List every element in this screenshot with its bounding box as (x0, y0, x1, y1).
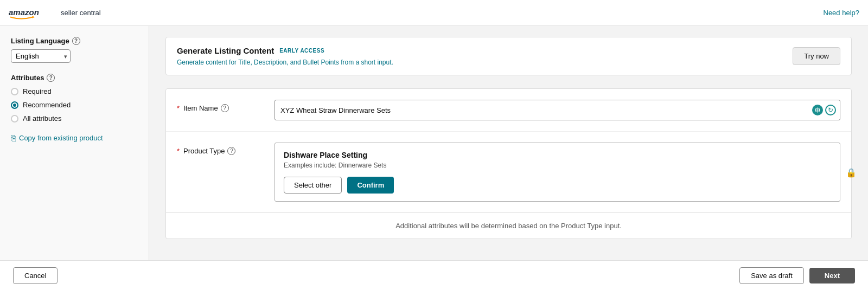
listing-language-label: Listing Language (11, 37, 69, 45)
main-content: Generate Listing Content EARLY ACCESS Ge… (149, 26, 868, 290)
dishware-examples: Examples include: Dinnerware Sets (284, 162, 831, 169)
copy-label: Copy from existing product (19, 134, 103, 142)
radio-required[interactable]: Required (11, 87, 138, 95)
page-layout: Listing Language ? English Attributes ? … (0, 26, 868, 290)
logo: amazon seller central (9, 5, 101, 21)
radio-all-attributes[interactable]: All attributes (11, 114, 138, 123)
header: amazon seller central Need help? (0, 0, 868, 26)
product-type-label-group: * Product Type ? (177, 143, 264, 155)
additional-attributes-note: Additional attributes will be determined… (166, 212, 851, 239)
listing-form: * Item Name ? (165, 88, 852, 239)
language-dropdown-wrapper: English (11, 49, 71, 63)
bottom-bar: Cancel Save as draft Next (0, 260, 868, 290)
item-name-input[interactable] (275, 100, 840, 120)
amazon-logo-svg: amazon (9, 5, 58, 21)
attributes-help-icon[interactable]: ? (47, 74, 55, 82)
radio-recommended-circle (11, 101, 18, 109)
attributes-title: Attributes ? (11, 74, 138, 82)
save-draft-button[interactable]: Save as draft (739, 267, 804, 284)
product-type-required-star: * (177, 147, 180, 155)
banner-description: Generate content for Title, Description,… (177, 59, 393, 66)
banner-title-row: Generate Listing Content EARLY ACCESS (177, 46, 393, 55)
radio-all-label: All attributes (23, 114, 62, 123)
generate-listing-banner: Generate Listing Content EARLY ACCESS Ge… (165, 37, 852, 75)
product-type-row: * Product Type ? Dishware Place Setting … (166, 132, 851, 212)
sidebar: Listing Language ? English Attributes ? … (0, 26, 149, 290)
need-help-link[interactable]: Need help? (824, 9, 860, 17)
listing-language-section: Listing Language ? English (11, 37, 138, 63)
radio-all-circle (11, 115, 18, 123)
select-other-button[interactable]: Select other (284, 177, 342, 194)
banner-desc-prefix: Generate content for (177, 59, 238, 66)
attributes-label: Attributes (11, 74, 44, 82)
confirm-button[interactable]: Confirm (347, 177, 394, 194)
early-access-badge: EARLY ACCESS (279, 48, 324, 54)
product-type-help-icon[interactable]: ? (227, 147, 235, 155)
sparkle-icon (814, 107, 821, 113)
product-type-actions: Select other Confirm (284, 177, 831, 194)
product-type-content: Dishware Place Setting Examples include:… (275, 143, 840, 202)
lock-icon: 🔒 (846, 167, 857, 177)
bottom-right-actions: Save as draft Next (739, 267, 855, 284)
banner-title-text: Generate Listing Content (177, 46, 274, 55)
product-type-content-wrapper: Dishware Place Setting Examples include:… (275, 143, 840, 202)
item-name-label: Item Name (183, 104, 218, 112)
item-name-row: * Item Name ? (166, 89, 851, 132)
product-type-label: Product Type (183, 147, 225, 155)
attributes-radio-group: Required Recommended All attributes (11, 87, 138, 123)
copy-from-existing[interactable]: ⎘ Copy from existing product (11, 133, 138, 143)
try-now-button[interactable]: Try now (793, 47, 840, 65)
copy-icon: ⎘ (11, 133, 16, 143)
svg-text:amazon: amazon (9, 7, 39, 16)
item-name-icons: ↻ (812, 105, 836, 115)
banner-desc-suffix: from a short input. (339, 59, 393, 66)
seller-central-label: seller central (61, 9, 101, 17)
banner-desc-highlighted: Title, Description, and Bullet Points (238, 59, 339, 66)
attributes-section: Attributes ? Required Recommended All at… (11, 74, 138, 123)
refresh-icon[interactable]: ↻ (825, 105, 836, 115)
language-dropdown[interactable]: English (11, 49, 71, 63)
next-button[interactable]: Next (809, 268, 855, 283)
banner-left: Generate Listing Content EARLY ACCESS Ge… (177, 46, 393, 66)
item-name-input-area: ↻ (275, 100, 840, 120)
radio-required-circle (11, 88, 18, 95)
item-name-required-star: * (177, 104, 180, 112)
item-name-label-group: * Item Name ? (177, 100, 264, 112)
radio-recommended-label: Recommended (23, 101, 71, 109)
listing-language-help-icon[interactable]: ? (72, 37, 80, 45)
cancel-button[interactable]: Cancel (13, 267, 58, 284)
listing-language-title: Listing Language ? (11, 37, 138, 45)
item-name-input-wrapper: ↻ (275, 100, 840, 120)
radio-required-label: Required (23, 87, 52, 95)
language-select-wrapper: English (11, 49, 138, 63)
item-name-help-icon[interactable]: ? (221, 104, 229, 112)
ai-assist-icon[interactable] (812, 105, 823, 115)
dishware-title: Dishware Place Setting (284, 151, 831, 159)
radio-recommended[interactable]: Recommended (11, 101, 138, 109)
